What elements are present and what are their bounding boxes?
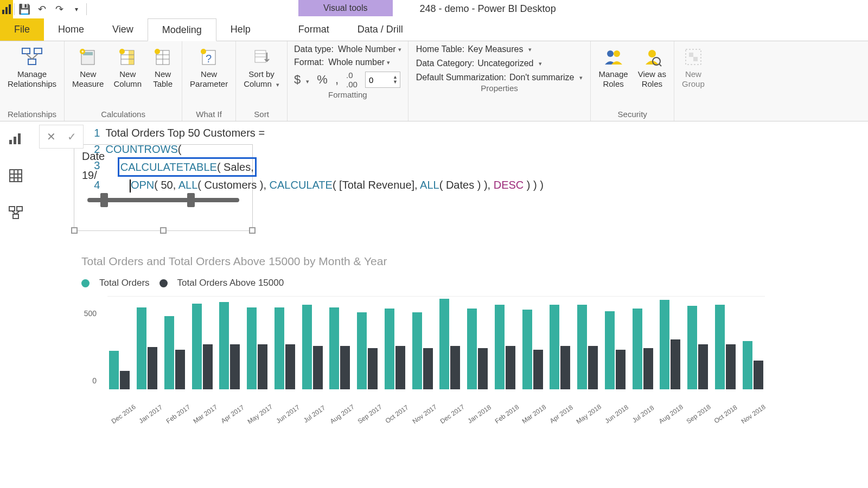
svg-point-22 xyxy=(201,49,206,54)
y-tick: 500 xyxy=(84,309,97,318)
manage-roles-button[interactable]: Manage Roles xyxy=(595,43,631,90)
bar xyxy=(726,344,736,389)
bar xyxy=(478,348,488,389)
formula-editor[interactable]: 1Total Orders Top 50 Customers = 2COUNTR… xyxy=(91,125,544,193)
bar-chart-visual[interactable]: Total Orders and Total Orders Above 1500… xyxy=(81,255,765,404)
manage-relationships-button[interactable]: Manage Relationships xyxy=(4,43,60,90)
new-column-button[interactable]: New Column xyxy=(110,43,145,90)
datatype-dropdown[interactable]: Whole Number▾ xyxy=(338,44,401,54)
tab-file[interactable]: File xyxy=(0,18,44,41)
svg-rect-34 xyxy=(9,140,12,144)
bar xyxy=(450,346,460,389)
currency-button[interactable]: $ ▾ xyxy=(294,73,309,87)
data-view-icon[interactable] xyxy=(6,166,25,185)
x-tick: Jan 2018 xyxy=(467,403,493,425)
bar xyxy=(302,305,312,389)
bar xyxy=(550,305,559,389)
contextual-tab-visual-tools: Visual tools xyxy=(298,0,393,16)
group-whatif: ? New Parameter What If xyxy=(182,41,236,121)
new-table-button[interactable]: New Table xyxy=(148,43,177,90)
decimals-input[interactable] xyxy=(366,74,391,86)
bar xyxy=(395,346,405,389)
qat-customize-icon[interactable]: ▾ xyxy=(68,1,85,18)
x-tick: Jun 2018 xyxy=(604,403,630,425)
thousands-button[interactable]: , xyxy=(335,73,339,87)
bar xyxy=(671,339,680,389)
legend-label-2: Total Orders Above 15000 xyxy=(177,278,284,288)
report-view-icon[interactable] xyxy=(6,129,25,149)
tab-modeling[interactable]: Modeling xyxy=(148,18,216,41)
tab-view[interactable]: View xyxy=(98,18,148,41)
chart-legend: Total Orders Total Orders Above 15000 xyxy=(81,278,765,288)
svg-point-28 xyxy=(648,50,656,57)
sort-icon xyxy=(250,46,273,68)
redo-icon[interactable]: ↷ xyxy=(50,1,68,18)
slicer-slider[interactable] xyxy=(87,198,239,202)
svg-rect-5 xyxy=(28,59,36,65)
svg-rect-44 xyxy=(13,214,18,219)
relationships-icon xyxy=(21,46,43,68)
svg-rect-1 xyxy=(5,7,8,14)
summarization-dropdown[interactable]: Default Summarization: Don't summarize▾ xyxy=(416,73,583,82)
bar-cluster xyxy=(328,307,352,389)
bar xyxy=(329,307,339,389)
spinner-down-icon[interactable]: ▼ xyxy=(393,80,398,85)
undo-icon[interactable]: ↶ xyxy=(33,1,50,18)
slider-handle-start[interactable] xyxy=(100,193,108,207)
cancel-formula-icon[interactable]: ✕ xyxy=(43,129,59,145)
x-tick: Apr 2018 xyxy=(548,403,575,425)
tab-data-drill[interactable]: Data / Drill xyxy=(343,18,417,41)
decimal-icon[interactable]: .0.00 xyxy=(346,70,358,89)
group-formatting: Data type: Whole Number▾ Format: Whole n… xyxy=(288,41,409,121)
x-tick: Oct 2017 xyxy=(384,403,410,425)
bar-cluster xyxy=(410,312,435,389)
bar xyxy=(467,309,477,389)
save-icon[interactable]: 💾 xyxy=(16,1,33,18)
bar-cluster xyxy=(383,309,407,389)
bar xyxy=(120,371,130,389)
resize-grip-icon[interactable] xyxy=(160,227,167,234)
sort-by-column-button[interactable]: Sort by Column ▾ xyxy=(240,43,283,90)
slider-handle-end[interactable] xyxy=(187,193,195,207)
resize-grip-icon[interactable] xyxy=(249,227,256,234)
bar-cluster xyxy=(163,316,187,389)
model-view-icon[interactable] xyxy=(6,203,25,222)
highlighted-token: CALCULATETABLE( Sales, xyxy=(118,157,257,177)
x-tick: Aug 2018 xyxy=(657,403,684,425)
bar xyxy=(275,307,284,389)
app-icon xyxy=(0,0,13,18)
bar xyxy=(313,346,323,389)
data-category-dropdown[interactable]: Data Category: Uncategorized▾ xyxy=(416,59,583,68)
quick-access-toolbar: 💾 ↶ ↷ ▾ Visual tools 248 - demo - Power … xyxy=(0,0,868,18)
parameter-icon: ? xyxy=(197,46,220,68)
bar xyxy=(743,341,752,389)
decimals-spinner[interactable]: ▲▼ xyxy=(365,72,400,88)
bar-cluster xyxy=(520,310,545,389)
group-label: Calculations xyxy=(65,108,182,121)
formula-bar: ✕ ✓ 1Total Orders Top 50 Customers = 2CO… xyxy=(39,125,868,193)
new-group-button[interactable]: New Group xyxy=(679,43,708,90)
view-as-roles-button[interactable]: View as Roles xyxy=(635,43,669,90)
bar xyxy=(109,351,119,389)
x-tick: Jul 2017 xyxy=(302,403,328,425)
resize-grip-icon[interactable] xyxy=(71,227,78,234)
home-table-dropdown[interactable]: Home Table: Key Measures▾ xyxy=(416,44,583,54)
bar-cluster xyxy=(300,305,324,389)
commit-formula-icon[interactable]: ✓ xyxy=(63,129,80,145)
tab-format[interactable]: Format xyxy=(284,18,343,41)
group-groups: New Group xyxy=(674,41,712,121)
percent-button[interactable]: % xyxy=(317,73,328,87)
bar xyxy=(506,346,515,389)
tab-help[interactable]: Help xyxy=(216,18,265,41)
svg-rect-36 xyxy=(18,133,21,144)
bar-cluster xyxy=(741,341,765,389)
x-tick: Aug 2017 xyxy=(328,403,355,425)
tab-home[interactable]: Home xyxy=(44,18,98,41)
new-measure-button[interactable]: ✦ New Measure xyxy=(69,43,107,90)
svg-rect-23 xyxy=(255,50,266,62)
group-security: Manage Roles View as Roles Security xyxy=(591,41,674,121)
format-dropdown[interactable]: Whole number▾ xyxy=(328,57,390,67)
x-tick: Mar 2017 xyxy=(192,403,219,425)
bar xyxy=(754,361,763,389)
new-parameter-button[interactable]: ? New Parameter xyxy=(187,43,231,90)
